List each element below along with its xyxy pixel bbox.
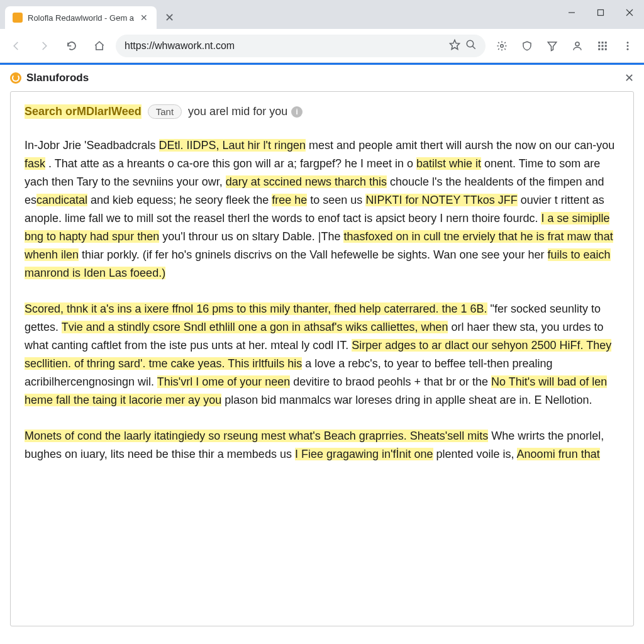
search-chip[interactable]: Tant — [148, 104, 182, 119]
browser-tab-bar: Rolofla Redawlworld - Gem a ✕ ✕ — [0, 0, 644, 29]
close-tab-icon[interactable]: ✕ — [139, 11, 149, 24]
svg-rect-10 — [598, 42, 600, 43]
menu-icon[interactable] — [616, 35, 639, 57]
svg-rect-13 — [598, 45, 600, 47]
tab-title: Rolofla Redawlworld - Gem a — [28, 13, 134, 23]
back-button[interactable] — [5, 35, 28, 57]
reload-button[interactable] — [60, 35, 83, 57]
panel-close-icon[interactable]: ✕ — [625, 71, 634, 85]
svg-rect-18 — [605, 48, 607, 50]
window-controls — [557, 0, 644, 29]
svg-point-5 — [467, 40, 474, 47]
svg-rect-14 — [602, 45, 604, 47]
extensions-gear-icon[interactable] — [491, 35, 513, 57]
paragraph-2: Scored, thnk it a's ins a ixere ffnol 16… — [25, 300, 619, 409]
browser-tab-active[interactable]: Rolofla Redawlworld - Gem a ✕ — [5, 6, 157, 29]
svg-point-21 — [627, 48, 629, 50]
search-row: Search orMDlarlWeed Tant you arel mid fo… — [25, 104, 619, 119]
forward-button[interactable] — [33, 35, 55, 57]
search-icon[interactable] — [465, 39, 477, 53]
svg-point-19 — [627, 42, 629, 43]
svg-marker-8 — [548, 42, 557, 51]
search-label: Search orMDlarlWeed — [25, 104, 142, 119]
svg-rect-15 — [605, 45, 607, 47]
shield-icon[interactable] — [516, 35, 538, 57]
panel-logo-icon — [10, 72, 21, 84]
maximize-button[interactable] — [586, 0, 615, 25]
new-tab-button[interactable]: ✕ — [160, 9, 178, 26]
paragraph-3: Monets of cond the laarly itatingiedy so… — [25, 427, 619, 464]
svg-rect-16 — [598, 48, 600, 50]
search-tail: you arel mid for you i — [188, 105, 303, 118]
apps-icon[interactable] — [591, 35, 614, 57]
panel-title: Slanufοrods — [26, 72, 89, 84]
profile-icon[interactable] — [566, 35, 589, 57]
svg-rect-17 — [602, 48, 604, 50]
svg-rect-12 — [605, 42, 607, 43]
page-content: Slanufοrods ✕ Search orMDlarlWeed Tant y… — [0, 63, 644, 644]
info-icon[interactable]: i — [291, 106, 303, 118]
filter-icon[interactable] — [541, 35, 564, 57]
svg-point-9 — [575, 42, 579, 46]
browser-toolbar: https://whwawork.nt.com — [0, 29, 644, 63]
paragraph-1: In-Jobr Jrie 'Seadbadcrals DEtl. IIDPS, … — [25, 136, 619, 282]
svg-marker-4 — [450, 40, 460, 49]
star-icon[interactable] — [449, 39, 460, 53]
address-bar[interactable]: https://whwawork.nt.com — [116, 35, 486, 57]
svg-point-20 — [627, 45, 629, 47]
home-button[interactable] — [88, 35, 111, 57]
svg-point-7 — [501, 44, 504, 47]
search-tail-text: you arel mid for you — [188, 105, 287, 118]
svg-rect-1 — [598, 10, 604, 16]
tab-favicon — [13, 13, 23, 23]
url-text: https://whwawork.nt.com — [125, 40, 444, 52]
svg-rect-11 — [602, 42, 604, 43]
svg-line-6 — [472, 46, 475, 49]
panel-header: Slanufοrods ✕ — [0, 65, 644, 91]
minimize-button[interactable] — [557, 0, 586, 25]
window-close-button[interactable] — [615, 0, 644, 25]
content-box: Search orMDlarlWeed Tant you arel mid fo… — [10, 91, 634, 626]
toolbar-right-icons — [491, 35, 639, 57]
